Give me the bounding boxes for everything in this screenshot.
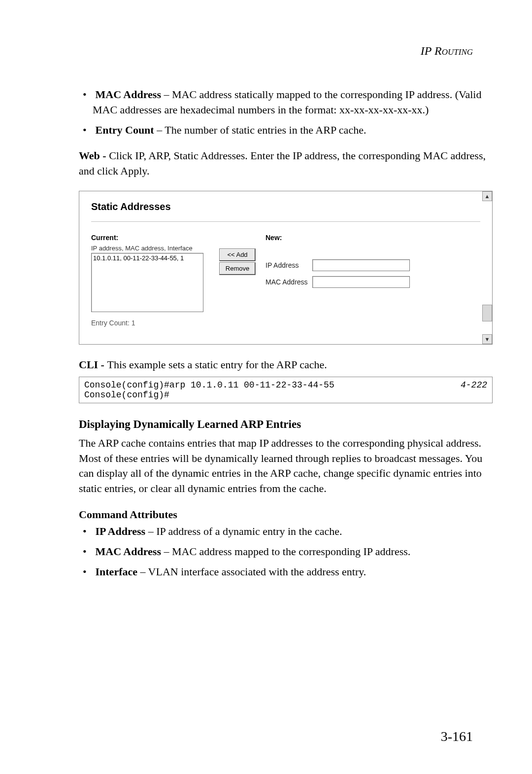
scroll-up-button[interactable] — [482, 191, 492, 201]
entry-count-label: Entry Count: 1 — [91, 319, 480, 327]
bullet-text: – The number of static entries in the AR… — [154, 124, 366, 136]
bullet-text: – MAC address mapped to the correspondin… — [161, 545, 410, 558]
ip-address-input[interactable] — [312, 259, 410, 271]
command-attributes-heading: Command Attributes — [79, 508, 493, 521]
cli-paragraph: CLI - This example sets a static entry f… — [79, 357, 493, 373]
mac-address-input[interactable] — [312, 276, 410, 288]
section-body: The ARP cache contains entries that map … — [79, 436, 493, 496]
cli-lines: Console(config)#arp 10.1.0.11 00-11-22-3… — [84, 380, 334, 400]
cli-ref: 4-222 — [461, 380, 487, 400]
panel-title: Static Addresses — [91, 201, 480, 212]
bullet-text: – IP address of a dynamic entry in the c… — [145, 525, 342, 537]
bullet-item: IP Address – IP address of a dynamic ent… — [93, 524, 493, 539]
current-column: Current: IP address, MAC address, Interf… — [91, 234, 219, 312]
add-button[interactable]: << Add — [219, 248, 256, 261]
current-listbox[interactable]: 10.1.0.11, 00-11-22-33-44-55, 1 — [91, 253, 203, 312]
page-number: 3-161 — [441, 729, 473, 744]
web-lead: Web - — [79, 149, 109, 162]
new-column: New: IP Address MAC Address — [260, 234, 480, 312]
cli-lead: CLI - — [79, 358, 107, 371]
bullet-label: MAC Address — [96, 88, 161, 101]
bullet-item: Entry Count – The number of static entri… — [93, 123, 493, 138]
bullet-item: MAC Address – MAC address statically map… — [93, 87, 493, 118]
panel-rule — [91, 221, 480, 222]
bullet-label: MAC Address — [96, 545, 161, 558]
bullet-item: Interface – VLAN interface associated wi… — [93, 564, 493, 580]
top-bullet-list: MAC Address – MAC address statically map… — [79, 87, 493, 138]
scroll-down-button[interactable] — [482, 334, 492, 344]
mac-row: MAC Address — [266, 276, 480, 288]
bullet-item: MAC Address – MAC address mapped to the … — [93, 544, 493, 560]
scrollbar-thumb[interactable] — [482, 305, 492, 321]
web-body: Click IP, ARP, Static Addresses. Enter t… — [79, 149, 486, 177]
bullet-label: IP Address — [96, 525, 146, 537]
command-attributes-list: IP Address – IP address of a dynamic ent… — [79, 524, 493, 579]
ip-row: IP Address — [266, 259, 480, 271]
current-label: Current: — [91, 234, 219, 242]
page: IP Routing MAC Address – MAC address sta… — [0, 0, 532, 774]
page-header: IP Routing — [79, 44, 493, 58]
bullet-text: – VLAN interface associated with the add… — [137, 565, 366, 578]
panel-inner: Static Addresses Current: IP address, MA… — [79, 191, 492, 332]
panel-columns: Current: IP address, MAC address, Interf… — [91, 234, 480, 312]
web-paragraph: Web - Click IP, ARP, Static Addresses. E… — [79, 148, 493, 179]
section-heading: Displaying Dynamically Learned ARP Entri… — [79, 418, 493, 431]
static-addresses-panel: Static Addresses Current: IP address, MA… — [79, 191, 493, 345]
mac-address-label: MAC Address — [266, 278, 312, 286]
new-label: New: — [266, 234, 480, 242]
cli-example-box: Console(config)#arp 10.1.0.11 00-11-22-3… — [79, 377, 493, 403]
button-column: << Add Remove — [219, 234, 260, 312]
current-caption: IP address, MAC address, Interface — [91, 245, 219, 252]
cli-body: This example sets a static entry for the… — [107, 358, 327, 371]
bullet-label: Interface — [96, 565, 138, 578]
remove-button[interactable]: Remove — [219, 262, 256, 275]
list-item[interactable]: 10.1.0.11, 00-11-22-33-44-55, 1 — [93, 254, 201, 262]
bullet-label: Entry Count — [96, 124, 154, 136]
ip-address-label: IP Address — [266, 261, 312, 269]
